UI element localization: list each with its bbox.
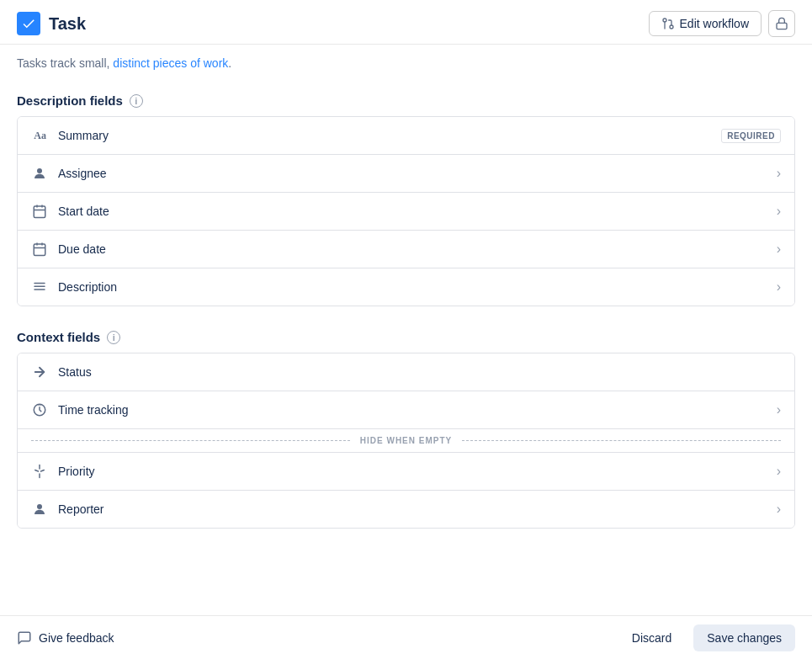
page-title: Task [49,14,86,34]
field-left-status: Status [31,364,92,380]
field-left-description: Description [31,279,117,295]
arrow-right-icon [31,364,48,380]
edit-workflow-button[interactable]: Edit workflow [649,11,762,36]
svg-text:Aa: Aa [34,130,46,141]
clock-icon [31,401,48,418]
save-changes-button[interactable]: Save changes [693,624,795,651]
field-row-reporter[interactable]: Reporter › [18,491,794,528]
calendar-icon-start [31,203,48,220]
divider-line-right [462,440,781,441]
field-left-summary: Aa Summary [31,127,109,144]
svg-line-22 [41,470,45,472]
context-fields-container: Status Time tracking › [17,353,795,529]
svg-point-23 [37,504,42,509]
context-fields-section-header: Context fields i [17,330,795,344]
reporter-label: Reporter [58,502,103,516]
due-date-label: Due date [58,242,106,256]
discard-button[interactable]: Discard [618,624,685,651]
subtitle: Tasks track small, distinct pieces of wo… [0,45,812,77]
chevron-right-reporter: › [777,502,781,517]
svg-line-21 [35,470,39,472]
footer: Give feedback Discard Save changes [0,615,812,659]
lines-icon [31,279,48,295]
chevron-right-start-date: › [777,204,781,219]
context-fields-info-icon[interactable]: i [107,331,120,344]
chevron-right-due-date: › [777,242,781,257]
context-fields-section: Context fields i Status [17,330,795,529]
status-label: Status [58,365,92,379]
description-label: Description [58,280,117,294]
task-icon [17,12,40,35]
required-badge: REQUIRED [721,129,781,143]
footer-right: Discard Save changes [618,624,795,651]
discard-label: Discard [632,631,671,645]
divider-line-left [31,440,350,441]
chevron-right-description: › [777,279,781,295]
give-feedback-label: Give feedback [39,631,114,645]
field-left-assignee: Assignee [31,165,107,182]
field-left-reporter: Reporter [31,501,103,518]
feedback-icon [17,630,32,646]
time-tracking-label: Time tracking [58,403,129,417]
text-icon: Aa [31,127,48,144]
field-row-status[interactable]: Status [18,353,794,391]
description-fields-title: Description fields [17,93,123,108]
header-left: Task [17,12,86,35]
field-left-start-date: Start date [31,203,109,220]
field-row-priority[interactable]: Priority › [18,453,794,491]
chevron-right-time-tracking: › [777,402,781,417]
header-right: Edit workflow [649,10,795,37]
start-date-label: Start date [58,205,109,218]
svg-rect-10 [34,244,45,256]
field-left-time-tracking: Time tracking [31,401,129,418]
lock-button[interactable] [768,10,795,37]
description-fields-container: Aa Summary REQUIRED Assignee › [17,116,795,306]
save-changes-label: Save changes [707,631,782,645]
edit-workflow-label: Edit workflow [680,17,749,30]
subtitle-text-before: Tasks track small, [17,56,113,70]
hide-when-empty-label: HIDE WHEN EMPTY [350,436,462,445]
priority-icon [31,463,48,480]
svg-rect-14 [34,283,45,284]
description-fields-section-header: Description fields i [17,93,795,108]
person-icon-reporter [31,501,48,518]
workflow-icon [661,17,675,30]
person-icon-assignee [31,165,48,182]
field-left-priority: Priority [31,463,95,480]
header: Task Edit workflow [0,0,812,45]
context-fields-title: Context fields [17,330,100,344]
svg-rect-15 [34,286,45,288]
svg-point-5 [37,168,42,173]
lock-icon [775,17,788,30]
priority-label: Priority [58,465,95,478]
field-row-description[interactable]: Description › [18,268,794,306]
calendar-icon-due [31,241,48,258]
field-row-time-tracking[interactable]: Time tracking › [18,391,794,429]
summary-label: Summary [58,129,109,142]
field-left-due-date: Due date [31,241,106,258]
field-row-summary[interactable]: Aa Summary REQUIRED [18,117,794,155]
give-feedback-button[interactable]: Give feedback [17,624,114,652]
field-row-due-date[interactable]: Due date › [18,231,794,268]
chevron-right-assignee: › [777,166,781,181]
field-row-assignee[interactable]: Assignee › [18,155,794,193]
chevron-right-priority: › [777,464,781,479]
svg-rect-3 [777,23,787,29]
field-row-start-date[interactable]: Start date › [18,193,794,231]
svg-rect-6 [34,206,45,218]
assignee-label: Assignee [58,167,107,180]
subtitle-link[interactable]: distinct pieces of work [113,56,228,70]
hide-when-empty-divider: HIDE WHEN EMPTY [18,429,794,453]
svg-rect-16 [34,289,45,290]
description-fields-info-icon[interactable]: i [130,94,143,108]
subtitle-text-after: . [228,56,231,70]
main-content: Description fields i Aa Summary REQUIRED [0,93,812,529]
